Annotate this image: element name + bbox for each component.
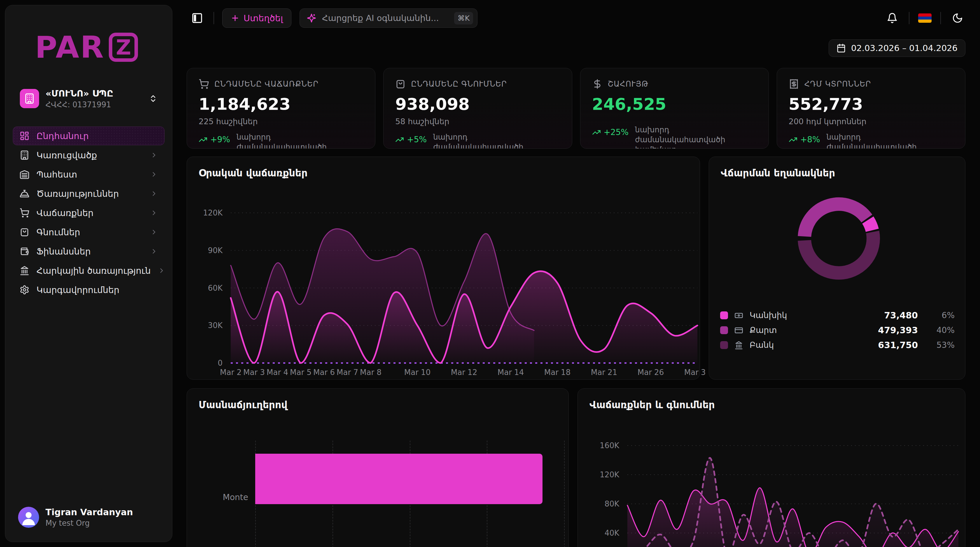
svg-text:Mar 2: Mar 2 (220, 368, 242, 377)
svg-text:Mar 7: Mar 7 (337, 368, 358, 377)
branches-bar-chart (255, 433, 564, 547)
charts-row-2: Մասնաճյուղերով Monte Վաճառքներ և գնումնե… (187, 388, 966, 547)
org-meta: «ՄՈՒՆՈ» ՍՊԸ ՀՎՀՀ: 01371991 (46, 88, 142, 109)
flag-stripe-red (918, 13, 932, 17)
topbar-right (885, 10, 966, 26)
sidebar-item-label: Հարկային ծառայություն (37, 266, 151, 276)
sidebar-item-warehouse[interactable]: Պահեստ (13, 165, 164, 184)
kpi-subtext: 58 հաշիվներ (395, 117, 560, 126)
sidebar-item-sales[interactable]: Վաճառքներ (13, 204, 164, 222)
svg-text:160K: 160K (600, 441, 619, 450)
credit-card-icon (734, 326, 743, 335)
sidebar-item-settings[interactable]: Կարգավորումներ (13, 280, 164, 299)
svg-text:Mar 8: Mar 8 (360, 368, 382, 377)
svg-text:Mar 30: Mar 30 (684, 368, 706, 377)
trend-pct: +9% (210, 135, 230, 144)
shopping-bag-icon (19, 227, 29, 237)
user-icon (18, 507, 39, 528)
sidebar-item-label: Կարգավորումներ (37, 285, 158, 295)
sidebar-item-structure[interactable]: Կառուցվածք (13, 146, 164, 164)
legend-pct: 53% (924, 340, 955, 350)
create-button[interactable]: Ստեղծել (222, 8, 291, 28)
kpi-subtext: 200 հդմ կտրոններ (789, 117, 953, 126)
sidebar-item-label: Գնումներ (37, 227, 143, 237)
chevrons-up-down-icon (149, 94, 158, 103)
wallet-icon (19, 246, 29, 256)
date-range-button[interactable]: 02.03.2026 – 01.04.2026 (829, 39, 966, 57)
sidebar-toggle-button[interactable] (189, 10, 205, 26)
trend: +8% (789, 135, 820, 144)
dark-mode-toggle[interactable] (950, 10, 966, 26)
trend: +5% (395, 135, 427, 144)
kpi-head: ԸՆԴԱՄԵՆԸ ՎԱՃԱՌՔՆԵՐ (199, 79, 363, 89)
legend-label: Կանխիկ (749, 310, 878, 320)
kpi-card-total-purchases: ԸՆԴԱՄԵՆԸ ԳՆՈՒՄՆԵՐ 938,098 58 հաշիվներ +5… (383, 68, 572, 149)
language-flag-armenia[interactable] (918, 13, 932, 23)
notifications-button[interactable] (885, 10, 900, 26)
daily-sales-chart: 30K60K90K120K0Mar 2Mar 3Mar 4Mar 5Mar 6M… (187, 157, 706, 380)
chevron-right-icon (150, 170, 158, 178)
divider (213, 12, 214, 24)
trend: +25% (592, 127, 629, 137)
svg-text:90K: 90K (208, 246, 223, 255)
date-row: 02.03.2026 – 01.04.2026 (187, 36, 974, 57)
logo-text: PAR (35, 32, 105, 62)
shortcut-badge: ⌘K (454, 12, 473, 24)
sidebar-item-tax-service[interactable]: Հարկային ծառայություն (13, 261, 164, 280)
org-selector[interactable]: «ՄՈՒՆՈ» ՍՊԸ ՀՎՀՀ: 01371991 (16, 85, 162, 112)
trending-up-icon (199, 135, 207, 144)
logo-z-icon: Z (109, 33, 138, 62)
legend-value: 631,750 (878, 340, 918, 350)
sales-purchases-chart: 40K80K120K160K (578, 389, 970, 547)
svg-text:Mar 5: Mar 5 (290, 368, 312, 377)
svg-text:60K: 60K (208, 284, 223, 293)
bell-icon (887, 13, 898, 24)
sidebar-item-label: Ծառայություններ (37, 189, 143, 199)
landmark-icon (19, 266, 29, 275)
trend-pct: +5% (407, 135, 427, 144)
svg-text:120K: 120K (600, 470, 619, 479)
sidebar-item-purchases[interactable]: Գնումներ (13, 223, 164, 242)
legend-row-card: Քարտ 479,393 40% (720, 323, 955, 338)
kpi-head: ՇԱՀՈՒՅԹ (592, 79, 757, 89)
flag-stripe-orange (918, 19, 932, 23)
kpi-value: 938,098 (395, 94, 560, 113)
svg-text:Mar 3: Mar 3 (243, 368, 265, 377)
sidebar: PAR Z «ՄՈՒՆՈ» ՍՊԸ ՀՎՀՀ: 01371991 Ընդհանո… (5, 5, 172, 542)
payment-methods-donut-chart (709, 157, 969, 303)
user-profile[interactable]: Tigran Vardanyan My test Org (13, 502, 164, 532)
ai-search[interactable]: ⌘K (299, 8, 477, 28)
svg-text:0: 0 (218, 359, 223, 367)
building-icon (24, 93, 35, 104)
trend-note: նախորդ ժամանակահատվածի համեմատ (635, 125, 757, 149)
sidebar-item-services[interactable]: Ծառայություններ (13, 184, 164, 203)
chevron-right-icon (150, 228, 158, 236)
receipt-icon (789, 79, 799, 89)
svg-text:Mar 14: Mar 14 (498, 368, 524, 377)
shopping-cart-icon (19, 208, 29, 218)
kpi-label: ԸՆԴԱՄԵՆԸ ՎԱՃԱՌՔՆԵՐ (215, 80, 318, 88)
main-content: Ստեղծել ⌘K (187, 0, 974, 547)
sidebar-nav: Ընդհանուր Կառուցվածք Պահեստ Ծառայություն… (13, 127, 164, 299)
banknote-icon (734, 311, 743, 320)
sidebar-item-overview[interactable]: Ընդհանուր (13, 127, 164, 145)
svg-text:Mar 10: Mar 10 (404, 368, 431, 377)
shopping-cart-icon (199, 79, 209, 89)
kpi-card-receipts: ՀԴՄ ԿՏՐՈՆՆԵՐ 552,773 200 հդմ կտրոններ +8… (777, 68, 966, 149)
kpi-value: 552,773 (789, 94, 953, 113)
kpi-grid: ԸՆԴԱՄԵՆԸ ՎԱՃԱՌՔՆԵՐ 1,184,623 225 հաշիվնե… (187, 68, 966, 149)
service-bell-icon (19, 189, 29, 199)
legend-row-bank: Բանկ 631,750 53% (720, 338, 955, 353)
kpi-value: 1,184,623 (199, 94, 363, 113)
ai-search-input[interactable] (322, 13, 449, 23)
kpi-head: ՀԴՄ ԿՏՐՈՆՆԵՐ (789, 79, 953, 89)
chart-title: Մասնաճյուղերով (199, 399, 287, 410)
legend-pct: 6% (924, 310, 955, 320)
svg-text:30K: 30K (208, 321, 223, 330)
sidebar-item-label: Ֆինանսներ (37, 246, 143, 257)
date-range-value: 02.03.2026 – 01.04.2026 (851, 43, 958, 53)
sidebar-item-label: Ընդհանուր (37, 131, 158, 141)
sidebar-item-finances[interactable]: Ֆինանսներ (13, 242, 164, 261)
donut-legend: Կանխիկ 73,480 6% Քարտ 479,393 40% (720, 308, 955, 353)
kpi-trend: +9% նախորդ ժամանակահատվածի համեմատ (199, 132, 363, 149)
